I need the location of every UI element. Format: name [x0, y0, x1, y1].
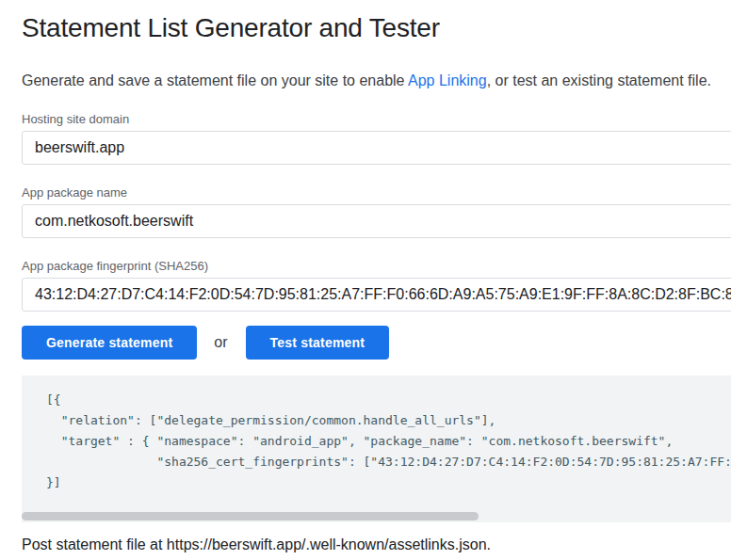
- app-package-fingerprint-label: App package fingerprint (SHA256): [22, 259, 731, 273]
- actions-row: Generate statement or Test statement: [22, 326, 731, 360]
- statement-generator-page: Statement List Generator and Tester Gene…: [0, 0, 731, 553]
- app-linking-link[interactable]: App Linking: [408, 72, 487, 88]
- intro-text-before-link: Generate and save a statement file on yo…: [22, 72, 408, 88]
- intro-text: Generate and save a statement file on yo…: [22, 72, 731, 89]
- statement-json-code: [{ "relation": ["delegate_permission/com…: [46, 390, 731, 493]
- app-package-fingerprint-field: App package fingerprint (SHA256): [22, 259, 731, 312]
- statement-output-block: [{ "relation": ["delegate_permission/com…: [22, 376, 731, 522]
- or-separator-label: or: [214, 334, 227, 351]
- hosting-site-domain-label: Hosting site domain: [22, 112, 731, 126]
- app-package-name-input[interactable]: [22, 204, 731, 238]
- app-package-name-field: App package name: [22, 185, 731, 238]
- generate-statement-button[interactable]: Generate statement: [22, 326, 197, 360]
- app-package-fingerprint-input[interactable]: [22, 278, 731, 312]
- horizontal-scrollbar[interactable]: [22, 512, 731, 520]
- horizontal-scrollbar-thumb[interactable]: [22, 512, 479, 520]
- page-title: Statement List Generator and Tester: [22, 13, 731, 43]
- post-statement-instruction: Post statement file at https://beerswift…: [22, 536, 731, 553]
- hosting-site-domain-field: Hosting site domain: [22, 112, 731, 165]
- intro-text-after-link: , or test an existing statement file.: [487, 72, 711, 88]
- hosting-site-domain-input[interactable]: [22, 131, 731, 165]
- test-statement-button[interactable]: Test statement: [246, 326, 390, 360]
- app-package-name-label: App package name: [22, 185, 731, 200]
